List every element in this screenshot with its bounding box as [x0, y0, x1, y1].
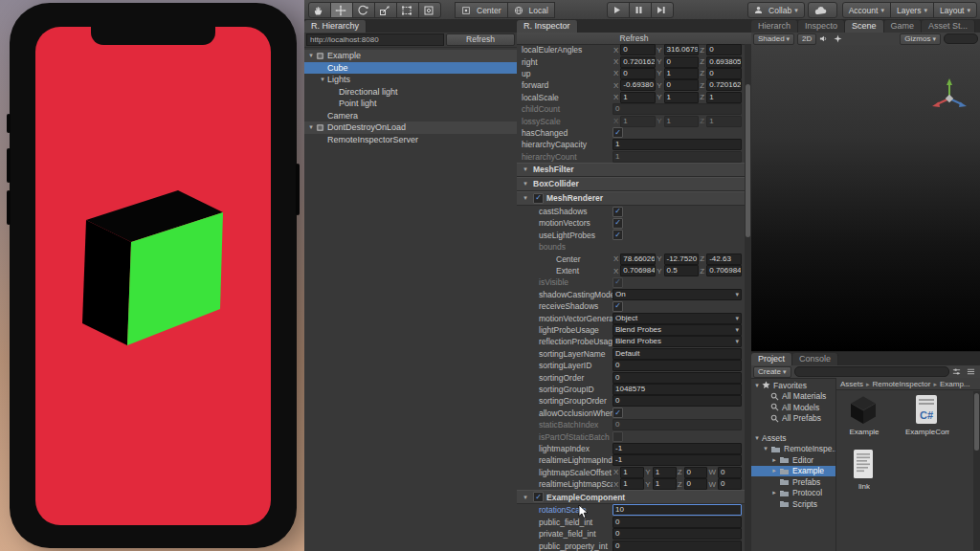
scale-tool-button[interactable]	[374, 2, 397, 18]
dropdown[interactable]: Blend Probes	[612, 324, 742, 336]
checkbox[interactable]	[612, 277, 623, 288]
hierarchy-item[interactable]: ▾Lights	[304, 74, 517, 86]
vector-field[interactable]: 0	[664, 56, 700, 68]
vector-field[interactable]: 78.66026	[620, 253, 656, 265]
breadcrumb-part[interactable]: Assets	[840, 380, 863, 388]
tab-scene[interactable]: Scene	[845, 20, 884, 33]
hierarchy-refresh-button[interactable]: Refresh	[446, 33, 515, 46]
foldout-icon[interactable]: ▸	[769, 467, 779, 474]
space-local-button[interactable]: Local	[507, 2, 555, 18]
vector-field[interactable]: 0	[664, 79, 700, 91]
project-tree-item[interactable]: ▾Assets	[751, 432, 835, 444]
project-tree-item[interactable]: All Models	[751, 402, 835, 413]
foldout-icon[interactable]: ▾	[521, 194, 530, 202]
hierarchy-item[interactable]: Camera	[304, 110, 517, 122]
checkbox[interactable]	[612, 230, 623, 240]
value-field[interactable]: 0	[612, 395, 742, 407]
foldout-icon[interactable]: ▾	[521, 180, 530, 187]
scene-search-input[interactable]	[944, 33, 978, 44]
vector-field[interactable]: 0	[706, 44, 742, 55]
value-field[interactable]: Default	[612, 348, 742, 360]
project-tree-item[interactable]: ▸Protocol	[751, 488, 835, 499]
value-field[interactable]: -1	[612, 443, 742, 454]
foldout-icon[interactable]: ▸	[769, 456, 779, 464]
step-button[interactable]	[651, 2, 674, 18]
vector-field[interactable]: 0.706984	[706, 265, 742, 276]
inspector-scrollbar[interactable]	[745, 44, 751, 551]
asset-item[interactable]: Example	[842, 393, 886, 436]
vector-field[interactable]: 1	[706, 92, 742, 103]
hierarchy-item[interactable]: RemoteInspectorServer	[304, 134, 517, 146]
hierarchy-item[interactable]: ▾DontDestroyOnLoad	[304, 121, 517, 134]
toggle-2d-button[interactable]: 2D	[797, 33, 816, 45]
value-field[interactable]: 0	[612, 360, 742, 371]
vector-field[interactable]: 0.706984	[620, 265, 656, 276]
gizmos-dropdown[interactable]: Gizmos ▾	[900, 33, 941, 45]
dropdown[interactable]: On	[612, 289, 742, 300]
pause-button[interactable]	[629, 2, 652, 18]
vector-field[interactable]: 1	[620, 478, 644, 490]
foldout-icon[interactable]: ▸	[769, 489, 779, 496]
vector-field[interactable]: 1	[620, 92, 656, 103]
panel-menu-icon[interactable]	[967, 367, 975, 376]
vector-field[interactable]: 1	[664, 68, 700, 79]
layers-dropdown[interactable]: Layers ▾	[890, 2, 934, 18]
transform-tool-button[interactable]	[418, 2, 441, 18]
foldout-icon[interactable]: ▾	[521, 494, 530, 501]
tab-asset-st-[interactable]: Asset St...	[922, 20, 975, 33]
value-field[interactable]: 1048575	[612, 384, 742, 395]
dropdown[interactable]: Blend Probes	[612, 336, 742, 347]
audio-toggle-icon[interactable]	[819, 34, 828, 43]
layout-dropdown[interactable]: Layout ▾	[933, 2, 977, 18]
checkbox[interactable]	[612, 408, 623, 418]
cloud-button[interactable]	[808, 2, 837, 18]
create-dropdown[interactable]: Create ▾	[753, 366, 791, 378]
filter-sliders-icon[interactable]	[952, 367, 961, 376]
checkbox[interactable]	[612, 127, 623, 138]
asset-item[interactable]: link	[842, 448, 886, 491]
project-tree-item[interactable]: Prefabs	[751, 476, 835, 488]
tab-inspecto[interactable]: Inspecto	[798, 20, 845, 33]
vector-field[interactable]: -42.63	[706, 253, 742, 265]
scrollbar-thumb[interactable]	[974, 393, 979, 451]
hierarchy-item[interactable]: ▾Example	[304, 50, 517, 62]
hierarchy-item[interactable]: Cube	[304, 62, 517, 75]
assets-scrollbar[interactable]	[973, 391, 980, 550]
vector-field[interactable]: 1	[706, 116, 742, 127]
vector-field[interactable]: -12.7520	[664, 253, 700, 265]
hierarchy-item[interactable]: Directional light	[304, 86, 517, 99]
component-enabled-checkbox[interactable]	[533, 492, 544, 502]
dropdown[interactable]: Object	[612, 313, 742, 324]
value-field[interactable]: 1	[612, 139, 742, 150]
pivot-center-button[interactable]: Center	[455, 2, 508, 18]
foldout-icon[interactable]: ▾	[306, 123, 316, 131]
value-field[interactable]: 0	[612, 419, 742, 430]
vector-field[interactable]: 0.720162	[620, 56, 656, 68]
tab-remote-hierarchy[interactable]: R. Hierarchy	[304, 20, 367, 33]
foldout-icon[interactable]: ▾	[318, 76, 327, 83]
checkbox[interactable]	[612, 301, 623, 312]
value-field[interactable]: 1	[612, 151, 742, 163]
vector-field[interactable]: 0	[718, 478, 742, 490]
checkbox[interactable]	[612, 431, 623, 442]
tab-remote-inspector[interactable]: R. Inspector	[517, 20, 578, 33]
vector-field[interactable]: 0.5	[664, 265, 700, 276]
tab-project[interactable]: Project	[751, 353, 792, 365]
vector-field[interactable]: 0.693805	[706, 56, 742, 68]
hand-tool-button[interactable]	[308, 2, 331, 18]
project-tree-item[interactable]: All Prefabs	[751, 413, 835, 425]
project-tree-item[interactable]: ▾Favorites	[751, 380, 835, 391]
checkbox[interactable]	[612, 207, 623, 217]
component-header[interactable]: ▾ExampleComponent	[517, 490, 745, 504]
vector-field[interactable]: 0	[620, 68, 656, 79]
tab-game[interactable]: Game	[884, 20, 923, 33]
value-field[interactable]: 0	[612, 528, 742, 540]
project-search-input[interactable]	[794, 366, 949, 377]
play-button[interactable]	[607, 2, 630, 18]
foldout-icon[interactable]: ▾	[752, 434, 762, 442]
vector-field[interactable]: 0	[718, 467, 742, 478]
value-field[interactable]: 0	[612, 540, 742, 551]
rect-tool-button[interactable]	[396, 2, 419, 18]
foldout-icon[interactable]: ▾	[761, 445, 770, 452]
project-tree-item[interactable]: All Materials	[751, 391, 835, 403]
